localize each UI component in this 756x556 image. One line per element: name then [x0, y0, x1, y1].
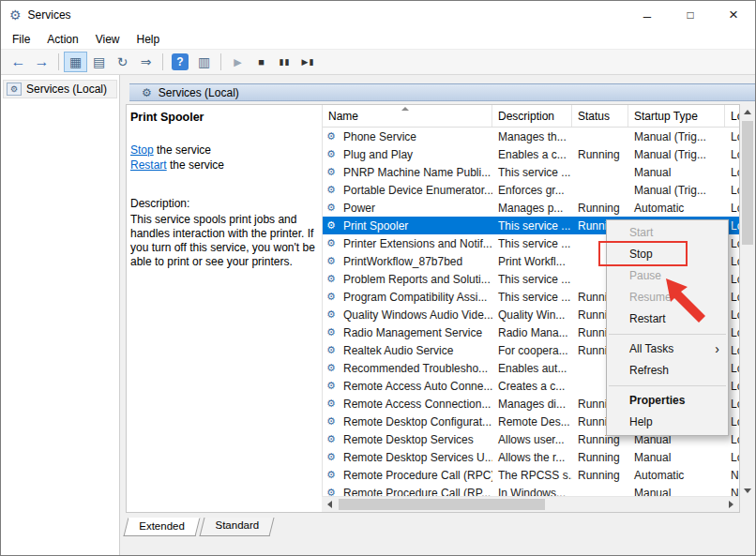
table-row[interactable]: ⚙ Portable Device Enumerator... Enforces…	[323, 181, 739, 199]
service-name: PrintWorkflow_87b7bed	[343, 255, 462, 268]
service-gear-icon: ⚙	[326, 219, 339, 232]
context-menu-item[interactable]: Refresh	[607, 360, 728, 382]
service-log-on-as: Loc...	[725, 148, 739, 161]
context-menu-item[interactable]: Help	[607, 412, 728, 433]
table-row[interactable]: ⚙ Remote Procedure Call (RP... In Window…	[323, 484, 739, 496]
table-row[interactable]: ⚙ Remote Procedure Call (RPC) The RPCSS …	[323, 466, 739, 484]
menu-help[interactable]: Help	[129, 30, 169, 49]
tree-item-services-local[interactable]: ⚙ Services (Local)	[3, 80, 117, 98]
service-startup-type: Manual (Trig...	[628, 148, 725, 161]
context-menu-item[interactable]	[607, 382, 728, 390]
window-controls: – □ ×	[626, 1, 755, 29]
service-description: For coopera...	[492, 344, 572, 357]
title-bar[interactable]: ⚙ Services – □ ×	[1, 1, 755, 29]
show-console-tree-icon[interactable]: ▦	[64, 52, 87, 72]
pane-header: ⚙ Services (Local)	[129, 83, 755, 101]
restart-service-icon[interactable]: ▶▮	[296, 52, 320, 72]
maximize-button[interactable]: □	[669, 1, 712, 29]
service-gear-icon: ⚙	[326, 148, 339, 160]
menu-view[interactable]: View	[87, 30, 129, 49]
service-name: Program Compatibility Assi...	[343, 291, 487, 304]
pause-service-icon[interactable]: ▮▮	[273, 52, 296, 72]
column-header-description[interactable]: Description	[492, 105, 572, 127]
start-service-icon[interactable]: ▶	[226, 52, 249, 72]
close-button[interactable]: ×	[712, 1, 755, 29]
restart-service-link[interactable]: Restart	[130, 158, 167, 172]
service-log-on-as: Net...	[725, 487, 739, 497]
context-menu-item-label: Start	[629, 226, 653, 239]
properties-icon[interactable]: ▤	[87, 52, 111, 72]
forward-icon[interactable]: →	[30, 52, 53, 72]
menu-action[interactable]: Action	[38, 30, 86, 49]
service-name: Remote Procedure Call (RPC)	[343, 469, 492, 482]
stop-service-link[interactable]: Stop	[130, 143, 154, 157]
vertical-scrollbar-thumb[interactable]	[742, 121, 753, 245]
context-menu-item[interactable]: All Tasks ›	[607, 338, 728, 360]
toolbar-separator	[220, 53, 221, 70]
service-log-on-as: Loc...	[725, 166, 739, 179]
scroll-left-button[interactable]	[322, 497, 338, 512]
service-startup-type: Manual	[628, 487, 725, 497]
table-row[interactable]: ⚙ Plug and Play Enables a c... Running M…	[323, 145, 739, 163]
context-menu-item-label: Pause	[629, 269, 661, 282]
stop-service-suffix: the service	[154, 143, 211, 157]
service-gear-icon: ⚙	[326, 362, 339, 374]
service-startup-type: Automatic	[628, 202, 725, 215]
vertical-scrollbar[interactable]	[740, 104, 755, 499]
service-name: Radio Management Service	[343, 326, 482, 339]
scroll-up-button[interactable]	[740, 104, 755, 120]
service-description: Manages p...	[492, 202, 572, 215]
service-description: Quality Win...	[492, 308, 572, 322]
minimize-button[interactable]: –	[626, 1, 669, 29]
view-tabs: Extended Standard	[126, 518, 275, 537]
context-menu-item[interactable]	[607, 330, 728, 338]
service-name: Phone Service	[343, 130, 416, 143]
back-icon[interactable]: ←	[7, 52, 30, 72]
action-pane-icon[interactable]: ▥	[192, 52, 216, 72]
stop-service-icon[interactable]: ■	[249, 52, 273, 72]
description-label: Description:	[130, 197, 316, 210]
service-description: This service ...	[492, 219, 572, 233]
service-gear-icon: ⚙	[326, 237, 339, 249]
tab-extended-label: Extended	[139, 520, 185, 532]
service-gear-icon: ⚙	[326, 487, 339, 496]
context-menu-item-label: Properties	[629, 394, 685, 407]
list-header: Name Description Status Startup Type Log…	[323, 105, 739, 128]
services-window: ⚙ Services – □ × File Action View Help ←…	[0, 0, 756, 556]
service-name: Portable Device Enumerator...	[343, 184, 492, 197]
table-row[interactable]: ⚙ Power Manages p... Running Automatic L…	[323, 199, 739, 217]
column-header-log-on-as[interactable]: Log On As	[725, 105, 739, 127]
service-gear-icon: ⚙	[326, 326, 339, 338]
service-description: Manages th...	[492, 130, 572, 143]
table-row[interactable]: ⚙ PNRP Machine Name Publi... This servic…	[323, 163, 739, 181]
horizontal-scrollbar-thumb[interactable]	[339, 499, 545, 510]
menu-file[interactable]: File	[4, 30, 38, 49]
help-icon[interactable]: ?	[172, 53, 189, 70]
service-description: In Windows...	[492, 487, 572, 497]
scroll-right-button[interactable]	[723, 497, 739, 512]
context-menu-item[interactable]: Properties	[607, 390, 728, 412]
service-description: Radio Mana...	[492, 326, 572, 339]
tab-extended[interactable]: Extended	[124, 518, 201, 536]
service-description: Creates a c...	[492, 380, 572, 393]
service-gear-icon: ⚙	[326, 398, 339, 410]
horizontal-scrollbar[interactable]	[322, 496, 739, 512]
refresh-icon[interactable]: ↻	[111, 52, 134, 72]
column-header-startup-type[interactable]: Startup Type	[628, 105, 725, 127]
service-action-links: Stop the service Restart the service	[130, 143, 316, 173]
tab-standard[interactable]: Standard	[199, 518, 274, 536]
service-gear-icon: ⚙	[326, 451, 339, 463]
export-list-icon[interactable]: ⇒	[134, 52, 158, 72]
table-row[interactable]: ⚙ Remote Desktop Services U... Allows th…	[323, 448, 739, 466]
annotation-stop-highlight-box	[598, 241, 688, 266]
context-menu-item-label: Refresh	[629, 364, 669, 377]
service-startup-type: Manual	[628, 166, 725, 179]
service-description: Manages di...	[492, 398, 572, 411]
scroll-down-button[interactable]	[740, 483, 755, 499]
service-name: Remote Desktop Services	[343, 433, 474, 446]
column-header-status[interactable]: Status	[572, 105, 628, 127]
service-log-on-as: Loc...	[725, 202, 739, 215]
service-description: Enforces gr...	[492, 184, 572, 197]
table-row[interactable]: ⚙ Phone Service Manages th... Manual (Tr…	[323, 128, 739, 145]
service-name: Printer Extensions and Notif...	[343, 237, 492, 250]
